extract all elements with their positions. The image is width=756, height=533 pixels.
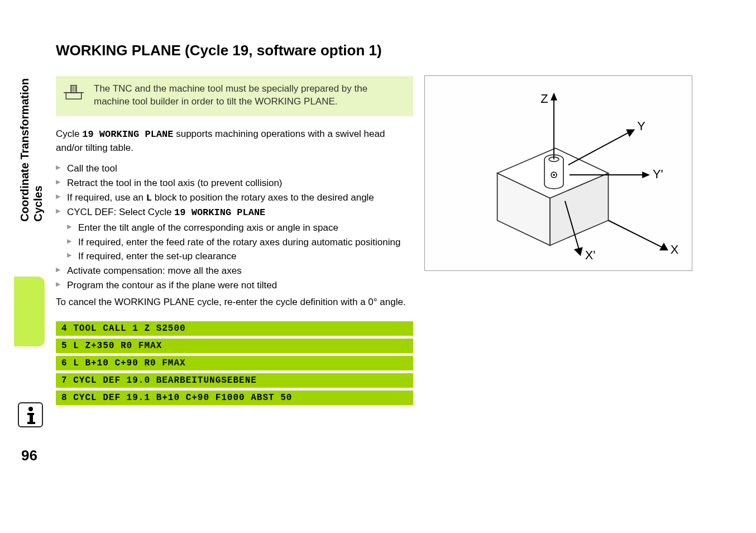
info-icon bbox=[18, 402, 43, 427]
sidebar-line-1: Coordinate Transformation bbox=[18, 78, 31, 222]
code-line: 4 TOOL CALL 1 Z S2500 bbox=[56, 321, 413, 336]
list-text-mono: 19 WORKING PLANE bbox=[174, 207, 265, 218]
coordinate-diagram: Z Y Y' X X' bbox=[424, 75, 692, 271]
sidebar-highlight-marker bbox=[14, 277, 45, 346]
sublist-item: If required, enter the set-up clearance bbox=[67, 250, 413, 264]
axis-xprime-label: X' bbox=[585, 248, 596, 262]
instruction-list: Call the tool Retract the tool in the to… bbox=[56, 162, 413, 292]
list-item: If required, use an L block to position … bbox=[56, 191, 413, 206]
svg-marker-16 bbox=[551, 93, 557, 101]
intro-pre: Cycle bbox=[56, 129, 82, 139]
list-item: Retract the tool in the tool axis (to pr… bbox=[56, 177, 413, 191]
sublist-item: If required, enter the feed rate of the … bbox=[67, 236, 413, 250]
list-item: Program the contour as if the plane were… bbox=[56, 279, 413, 293]
sidebar-section-label: Coordinate Transformation Cycles bbox=[18, 78, 45, 222]
list-item: CYCL DEF: Select Cycle 19 WORKING PLANE … bbox=[56, 206, 413, 264]
main-content: WORKING PLANE (Cycle 19, software option… bbox=[56, 42, 413, 408]
axis-x-label: X bbox=[671, 242, 679, 256]
list-text: Call the tool bbox=[67, 163, 117, 174]
code-block: 4 TOOL CALL 1 Z S2500 5 L Z+350 R0 FMAX … bbox=[56, 321, 413, 405]
axis-z-label: Z bbox=[540, 92, 548, 106]
svg-line-17 bbox=[568, 131, 630, 165]
svg-point-26 bbox=[553, 174, 555, 176]
list-text: Program the contour as if the plane were… bbox=[67, 280, 277, 291]
svg-marker-20 bbox=[642, 172, 650, 178]
svg-marker-24 bbox=[574, 247, 583, 256]
list-text-post: block to position the rotary axes to the… bbox=[152, 192, 374, 203]
axis-yprime-label: Y' bbox=[653, 167, 663, 181]
sidebar-line-2: Cycles bbox=[32, 185, 44, 222]
sublist-text: Enter the tilt angle of the correspondin… bbox=[78, 222, 338, 233]
page-number: 96 bbox=[21, 447, 37, 464]
sublist-text: If required, enter the feed rate of the … bbox=[78, 237, 400, 248]
list-text-pre: If required, use an bbox=[67, 192, 146, 203]
axis-y-label: Y bbox=[637, 119, 645, 133]
cancel-paragraph: To cancel the WORKING PLANE cycle, re-en… bbox=[56, 296, 413, 309]
list-text-mono: L bbox=[146, 193, 152, 203]
list-item: Call the tool bbox=[56, 162, 413, 176]
sublist: Enter the tilt angle of the correspondin… bbox=[67, 221, 413, 264]
svg-line-21 bbox=[608, 221, 663, 249]
code-line: 5 L Z+350 R0 FMAX bbox=[56, 339, 413, 353]
code-line: 7 CYCL DEF 19.0 BEARBEITUNGSEBENE bbox=[56, 373, 413, 388]
svg-rect-4 bbox=[66, 93, 81, 99]
note-box: The TNC and the machine tool must be spe… bbox=[56, 76, 413, 116]
machine-icon bbox=[64, 83, 84, 104]
page-title: WORKING PLANE (Cycle 19, software option… bbox=[56, 42, 413, 59]
code-line: 6 L B+10 C+90 R0 FMAX bbox=[56, 356, 413, 370]
svg-rect-3 bbox=[27, 422, 35, 424]
sublist-item: Enter the tilt angle of the correspondin… bbox=[67, 221, 413, 235]
list-item: Activate compensation: move all the axes bbox=[56, 264, 413, 278]
intro-mono: 19 WORKING PLANE bbox=[82, 129, 173, 140]
list-text-pre: CYCL DEF: Select Cycle bbox=[67, 207, 174, 217]
list-text: Retract the tool in the tool axis (to pr… bbox=[67, 178, 283, 188]
intro-paragraph: Cycle 19 WORKING PLANE supports machinin… bbox=[56, 127, 413, 155]
list-text: Activate compensation: move all the axes bbox=[67, 265, 242, 276]
sublist-text: If required, enter the set-up clearance bbox=[78, 251, 237, 261]
note-text: The TNC and the machine tool must be spe… bbox=[94, 83, 404, 108]
code-line: 8 CYCL DEF 19.1 B+10 C+90 F1000 ABST 50 bbox=[56, 391, 413, 405]
svg-point-0 bbox=[28, 407, 33, 411]
svg-rect-2 bbox=[30, 413, 33, 422]
